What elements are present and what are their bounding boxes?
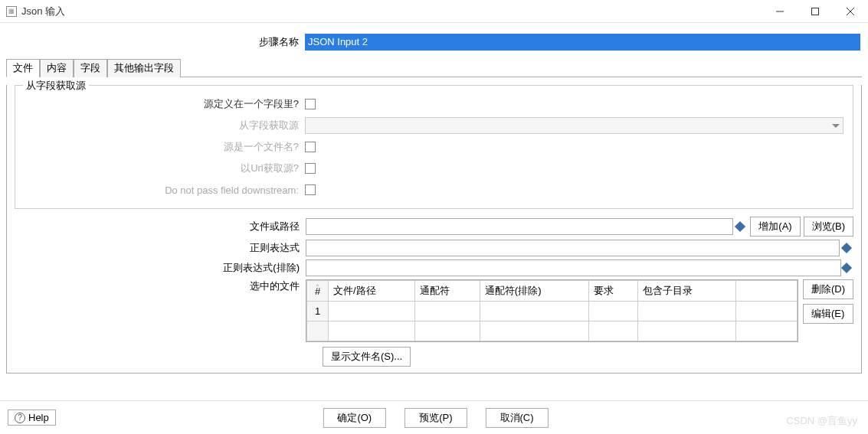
is-filename-checkbox[interactable] [305,142,316,152]
get-from-field-select[interactable] [305,117,843,134]
minimize-button[interactable] [762,0,798,23]
close-button[interactable] [833,0,868,23]
src-in-field-label: 源定义在一个字段里? [21,97,305,111]
fieldset-legend: 从字段获取源 [23,79,89,93]
maximize-button[interactable] [798,0,833,23]
regex-exclude-label: 正则表达式(排除) [15,261,306,275]
svg-rect-1 [812,8,819,15]
col-file-path[interactable]: 文件/路径 [329,281,415,302]
file-or-path-label: 文件或路径 [15,220,306,233]
col-subdirs[interactable]: 包含子目录 [637,281,735,302]
no-pass-checkbox[interactable] [305,184,316,195]
delete-button[interactable]: 删除(D) [803,279,853,299]
is-filename-label: 源是一个文件名? [21,140,305,154]
help-icon: ? [15,413,25,423]
ok-button[interactable]: 确定(O) [323,408,386,428]
use-url-label: 以Url获取源? [21,162,305,175]
regex-exclude-input[interactable] [306,259,841,276]
src-in-field-checkbox[interactable] [305,99,316,109]
step-name-label: 步骤名称 [8,35,305,49]
tab-fields[interactable]: 字段 [74,59,107,77]
source-from-field-group: 从字段获取源 源定义在一个字段里? 从字段获取源 源是一个文件名? 以Url获取… [15,85,853,209]
col-required[interactable]: 要求 [589,281,638,302]
tab-other-output[interactable]: 其他输出字段 [107,59,181,77]
tab-content[interactable]: 内容 [40,59,74,77]
step-name-input[interactable] [305,34,860,51]
edit-button[interactable]: 编辑(E) [803,304,853,324]
titlebar: ▦ Json 输入 [0,0,868,23]
regex-label: 正则表达式 [15,241,306,255]
get-from-field-label: 从字段获取源 [21,119,305,132]
preview-button[interactable]: 预览(P) [405,408,467,428]
use-url-checkbox[interactable] [305,163,316,174]
variable-icon[interactable] [841,243,852,253]
selected-files-table[interactable]: ^# 文件/路径 通配符 通配符(排除) 要求 包含子目录 1 [306,279,798,342]
regex-input[interactable] [306,240,840,256]
col-wildcard-exclude[interactable]: 通配符(排除) [480,281,588,302]
help-button[interactable]: ? Help [8,410,56,426]
variable-icon[interactable] [735,221,745,232]
app-icon: ▦ [6,6,17,17]
no-pass-label: Do not pass field downstream: [21,184,305,196]
tab-file[interactable]: 文件 [6,59,40,77]
dropdown-arrow-icon [832,124,840,128]
col-rownum[interactable]: ^# [307,281,329,302]
footer: ? Help 确定(O) 预览(P) 取消(C) [0,400,868,434]
browse-button[interactable]: 浏览(B) [804,217,853,237]
col-wildcard[interactable]: 通配符 [414,281,480,302]
tabs: 文件 内容 字段 其他输出字段 [6,58,862,77]
tab-content-pane: 从字段获取源 源定义在一个字段里? 从字段获取源 源是一个文件名? 以Url获取… [6,85,862,374]
cancel-button[interactable]: 取消(C) [486,408,549,428]
show-filenames-button[interactable]: 显示文件名(S)... [323,347,411,367]
window-title: Json 输入 [21,5,65,18]
col-empty [735,281,797,302]
watermark: CSDN @盲鱼yy [786,414,857,428]
table-row[interactable] [307,321,798,341]
selected-files-label: 选中的文件 [15,279,306,293]
add-button[interactable]: 增加(A) [750,217,800,237]
table-row[interactable]: 1 [307,302,798,321]
variable-icon[interactable] [841,263,852,273]
file-or-path-input[interactable] [306,218,733,235]
